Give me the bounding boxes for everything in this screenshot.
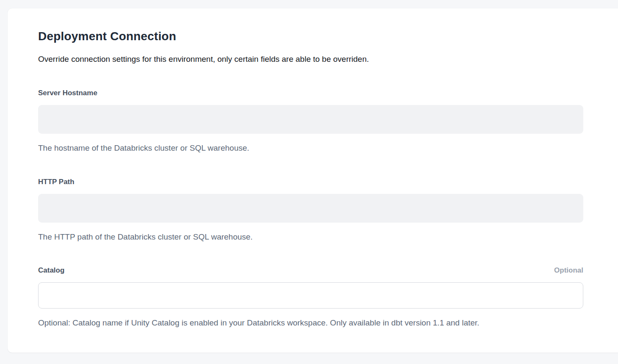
server-hostname-label: Server Hostname (38, 88, 97, 98)
field-group-server-hostname: Server Hostname The hostname of the Data… (38, 88, 583, 154)
catalog-label: Catalog (38, 266, 64, 275)
server-hostname-input (38, 105, 583, 134)
catalog-input[interactable] (38, 282, 583, 309)
page-subtitle: Override connection settings for this en… (38, 54, 583, 65)
http-path-helper: The HTTP path of the Databricks cluster … (38, 232, 583, 243)
field-group-catalog: Catalog Optional Optional: Catalog name … (38, 266, 583, 328)
http-path-input (38, 194, 583, 223)
settings-card: Deployment Connection Override connectio… (8, 8, 618, 353)
http-path-label: HTTP Path (38, 177, 74, 187)
page-title: Deployment Connection (38, 30, 583, 43)
catalog-helper: Optional: Catalog name if Unity Catalog … (38, 317, 583, 328)
server-hostname-helper: The hostname of the Databricks cluster o… (38, 143, 583, 154)
catalog-optional-badge: Optional (554, 266, 583, 275)
field-group-http-path: HTTP Path The HTTP path of the Databrick… (38, 177, 583, 243)
